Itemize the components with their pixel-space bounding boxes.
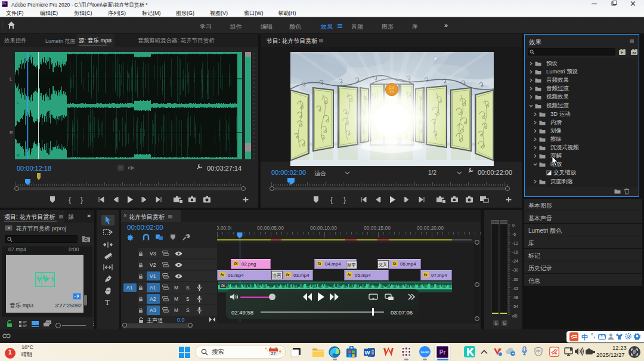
svg-text:27: 27 [271,351,276,356]
svg-text:-42: -42 [512,286,518,291]
svg-text:dB: dB [512,314,518,318]
svg-text:{: { [330,196,333,204]
svg-text:}: } [343,196,346,204]
svg-text:W: W [365,349,370,356]
svg-text:-6: -6 [512,232,516,236]
svg-text:-48: -48 [512,295,518,300]
svg-text:-18: -18 [512,250,518,254]
svg-text:-54: -54 [512,304,518,308]
svg-text:-30: -30 [512,268,518,272]
svg-text:32: 32 [632,51,636,55]
svg-text:0: 0 [512,224,515,227]
svg-text:zoom: zoom [420,350,429,354]
svg-text:fx: fx [221,283,225,288]
svg-text:-12: -12 [512,241,518,245]
svg-text:-36: -36 [512,277,518,282]
svg-text:中: 中 [536,349,541,354]
svg-text:}: } [80,196,83,204]
svg-text:花卉: 花卉 [389,86,395,90]
svg-text:-24: -24 [512,259,518,263]
svg-text:Pr: Pr [439,349,446,356]
svg-text:节目: 节目 [389,90,394,93]
svg-text:{: { [69,196,71,204]
